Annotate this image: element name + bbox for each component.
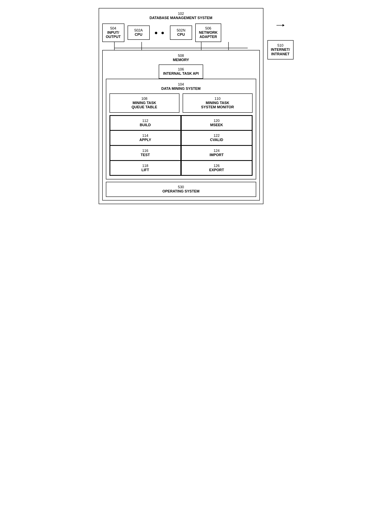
os-box: 530 OPERATING SYSTEM bbox=[106, 182, 256, 197]
internal-api-wrapper: 106 INTERNAL TASK API bbox=[106, 65, 256, 79]
mseek-label: MSEEK bbox=[183, 123, 250, 127]
cpu-a-box: 502A CPU bbox=[128, 26, 150, 40]
network-label: NETWORKADAPTER bbox=[199, 31, 218, 39]
import-num: 124 bbox=[183, 149, 250, 153]
mtm-num: 110 bbox=[185, 97, 250, 101]
dbms-label: DATABASE MANAGEMENT SYSTEM bbox=[102, 16, 260, 20]
diagram-wrapper: 102 DATABASE MANAGEMENT SYSTEM 504 INPUT… bbox=[99, 8, 294, 204]
internet-num: 510 bbox=[270, 43, 291, 48]
io-label: INPUT/OUTPUT bbox=[106, 31, 121, 39]
mtm-label: MINING TASKSYSTEM MONITOR bbox=[185, 101, 250, 109]
os-label: OPERATING SYSTEM bbox=[109, 189, 253, 194]
right-col: 120 MSEEK 122 CVALID 124 IMPORT 126 bbox=[181, 116, 252, 175]
left-col: 112 BUILD 114 APPLY 116 TEST 118 bbox=[110, 116, 181, 175]
apply-label: APPLY bbox=[112, 138, 179, 142]
mseek-box: 120 MSEEK bbox=[181, 116, 252, 131]
dms-box: 104 DATA MINING SYSTEM 108 MINING TASKQU… bbox=[106, 79, 256, 179]
test-box: 116 TEST bbox=[110, 145, 181, 160]
internet-connector bbox=[276, 24, 285, 27]
os-num: 530 bbox=[109, 185, 253, 189]
internet-label: INTERNET/INTRANET bbox=[270, 48, 291, 56]
network-adapter-box: 506 NETWORKADAPTER bbox=[195, 23, 221, 42]
api-label: INTERNAL TASK API bbox=[163, 71, 199, 76]
dots: ● ● bbox=[153, 25, 167, 41]
dms-title: 104 DATA MINING SYSTEM bbox=[109, 82, 252, 91]
dms-label: DATA MINING SYSTEM bbox=[109, 87, 252, 91]
internet-box: 510 INTERNET/INTRANET bbox=[267, 40, 294, 60]
cvalid-box: 122 CVALID bbox=[181, 130, 252, 145]
bus-connector bbox=[102, 42, 260, 50]
cvalid-label: CVALID bbox=[183, 138, 250, 142]
dms-num: 104 bbox=[109, 82, 252, 87]
lift-box: 118 LIFT bbox=[110, 160, 181, 176]
mtq-num: 108 bbox=[112, 97, 177, 101]
internal-api-box: 106 INTERNAL TASK API bbox=[159, 65, 203, 79]
memory-label: MEMORY bbox=[106, 58, 256, 62]
internet-area: 510 INTERNET/INTRANET bbox=[267, 24, 294, 60]
mseek-num: 120 bbox=[183, 119, 250, 123]
input-output-box: 504 INPUT/OUTPUT bbox=[102, 23, 124, 42]
api-num: 106 bbox=[163, 67, 199, 71]
export-box: 126 EXPORT bbox=[181, 160, 252, 176]
import-box: 124 IMPORT bbox=[181, 145, 252, 160]
cpu-a-label: CPU bbox=[131, 33, 146, 37]
build-num: 112 bbox=[112, 119, 179, 123]
top-components: 504 INPUT/OUTPUT 502A CPU ● ● 502N CPU 5… bbox=[102, 23, 260, 42]
apply-box: 114 APPLY bbox=[110, 130, 181, 145]
arrow-line bbox=[276, 25, 283, 26]
inner-two-col: 112 BUILD 114 APPLY 116 TEST 118 bbox=[109, 115, 252, 176]
dbms-box: 102 DATABASE MANAGEMENT SYSTEM 504 INPUT… bbox=[99, 8, 263, 204]
build-label: BUILD bbox=[112, 123, 179, 127]
arrowhead bbox=[283, 24, 285, 27]
test-num: 116 bbox=[112, 149, 179, 153]
memory-box: 508 MEMORY 106 INTERNAL TASK API 104 DAT… bbox=[102, 50, 260, 201]
memory-num: 508 bbox=[106, 54, 256, 58]
mining-task-row: 108 MINING TASKQUEUE TABLE 110 MINING TA… bbox=[109, 93, 252, 113]
lift-label: LIFT bbox=[112, 168, 179, 172]
cpu-n-box: 502N CPU bbox=[170, 26, 192, 40]
cpu-a-num: 502A bbox=[131, 28, 146, 33]
cvalid-num: 122 bbox=[183, 134, 250, 138]
mining-task-queue-box: 108 MINING TASKQUEUE TABLE bbox=[109, 93, 179, 113]
memory-title: 508 MEMORY bbox=[106, 54, 256, 62]
network-num: 506 bbox=[199, 26, 218, 31]
cpu-n-num: 502N bbox=[174, 28, 188, 33]
apply-num: 114 bbox=[112, 134, 179, 138]
lift-num: 118 bbox=[112, 164, 179, 168]
test-label: TEST bbox=[112, 153, 179, 157]
dbms-num: 102 bbox=[102, 12, 260, 16]
mtq-label: MINING TASKQUEUE TABLE bbox=[112, 101, 177, 109]
io-num: 504 bbox=[106, 26, 121, 31]
mining-task-monitor-box: 110 MINING TASKSYSTEM MONITOR bbox=[183, 93, 252, 113]
build-box: 112 BUILD bbox=[110, 116, 181, 131]
export-label: EXPORT bbox=[183, 168, 250, 172]
dbms-title: 102 DATABASE MANAGEMENT SYSTEM bbox=[102, 12, 260, 20]
cpu-n-label: CPU bbox=[174, 33, 188, 37]
export-num: 126 bbox=[183, 164, 250, 168]
bus-svg bbox=[102, 42, 260, 50]
import-label: IMPORT bbox=[183, 153, 250, 157]
